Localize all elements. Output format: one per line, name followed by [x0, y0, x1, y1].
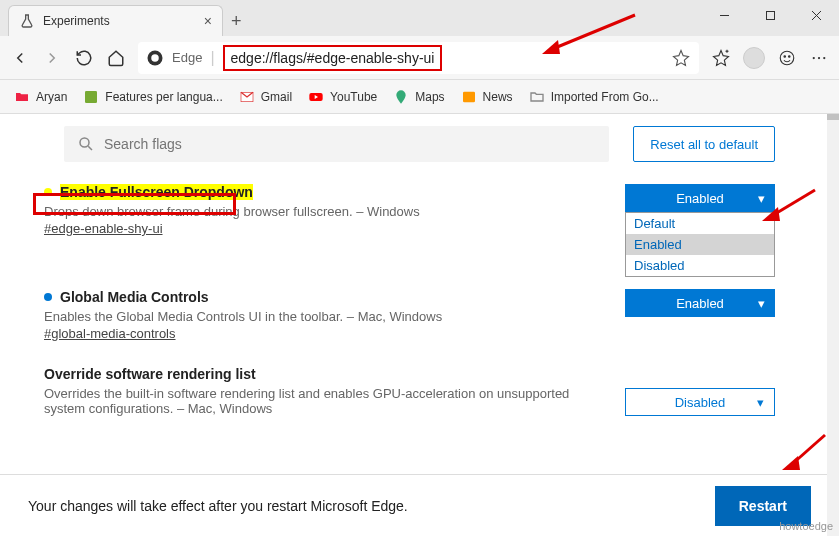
chevron-down-icon: ▾ [757, 395, 764, 410]
svg-point-5 [151, 54, 159, 62]
svg-rect-14 [85, 91, 97, 103]
wiki-icon [83, 89, 99, 105]
watermark: howtoedge [779, 520, 833, 532]
flag-title: Enable Fullscreen Dropdown [44, 184, 605, 200]
dropdown-menu: Default Enabled Disabled [625, 212, 775, 277]
svg-line-19 [88, 146, 92, 150]
dropdown-option[interactable]: Enabled [626, 234, 774, 255]
dropdown-option[interactable]: Default [626, 213, 774, 234]
bookmark-label: Imported From Go... [551, 90, 659, 104]
search-flags-box[interactable] [64, 126, 609, 162]
bookmark-item[interactable]: YouTube [308, 89, 377, 105]
scrollbar-thumb[interactable] [827, 114, 839, 120]
flag-item: Enable Fullscreen Dropdown Drops down br… [0, 174, 839, 245]
address-scheme-label: Edge [172, 50, 202, 65]
svg-point-13 [823, 56, 825, 58]
bookmark-item[interactable]: Imported From Go... [529, 89, 659, 105]
search-icon [76, 134, 96, 154]
gmail-icon [239, 89, 255, 105]
flag-hash-link[interactable]: #global-media-controls [44, 326, 176, 341]
reset-all-button[interactable]: Reset all to default [633, 126, 775, 162]
flask-icon [19, 13, 35, 29]
bookmarks-bar: Aryan Features per langua... Gmail YouTu… [0, 80, 839, 114]
svg-rect-1 [766, 11, 774, 19]
flag-description: Enables the Global Media Controls UI in … [44, 309, 605, 324]
back-button[interactable] [10, 48, 30, 68]
dropdown-value: Enabled [676, 191, 724, 206]
flag-title-text: Override software rendering list [44, 366, 256, 382]
svg-rect-17 [463, 91, 475, 102]
flag-state-dropdown[interactable]: Disabled ▾ [625, 388, 775, 416]
chevron-down-icon: ▾ [758, 191, 765, 206]
bookmark-label: Gmail [261, 90, 292, 104]
news-icon [461, 89, 477, 105]
bookmark-item[interactable]: Maps [393, 89, 444, 105]
browser-tab[interactable]: Experiments × [8, 5, 223, 36]
new-tab-button[interactable]: + [231, 11, 242, 32]
flag-state-dropdown[interactable]: Enabled ▾ [625, 184, 775, 212]
edge-logo-icon [146, 49, 164, 67]
flag-hash-link[interactable]: #edge-enable-shy-ui [44, 221, 163, 236]
menu-button[interactable] [809, 48, 829, 68]
restart-bar: Your changes will take effect after you … [0, 474, 839, 536]
annotation-arrow [780, 430, 830, 475]
window-controls [701, 0, 839, 30]
folder-icon [14, 89, 30, 105]
refresh-button[interactable] [74, 48, 94, 68]
svg-point-10 [789, 55, 791, 57]
page-content: Reset all to default Enable Fullscreen D… [0, 114, 839, 424]
profile-avatar[interactable] [743, 47, 765, 69]
close-window-button[interactable] [793, 0, 839, 30]
dropdown-option[interactable]: Disabled [626, 255, 774, 276]
svg-line-24 [790, 435, 825, 466]
dropdown-value: Disabled [675, 395, 726, 410]
flag-item: Override software rendering list Overrid… [0, 356, 839, 424]
folder-icon [529, 89, 545, 105]
forward-button[interactable] [42, 48, 62, 68]
home-button[interactable] [106, 48, 126, 68]
vertical-scrollbar[interactable] [827, 114, 839, 536]
bookmark-label: YouTube [330, 90, 377, 104]
bookmark-label: Features per langua... [105, 90, 222, 104]
favorites-button[interactable] [711, 48, 731, 68]
search-input[interactable] [104, 136, 597, 152]
flag-state-dropdown[interactable]: Enabled ▾ [625, 289, 775, 317]
modified-dot-icon [44, 188, 52, 196]
bookmark-item[interactable]: News [461, 89, 513, 105]
maximize-button[interactable] [747, 0, 793, 30]
tab-close-button[interactable]: × [204, 13, 212, 29]
dropdown-value: Enabled [676, 296, 724, 311]
tab-title: Experiments [43, 14, 196, 28]
bookmark-label: News [483, 90, 513, 104]
flag-description: Drops down browser frame during browser … [44, 204, 605, 219]
svg-marker-25 [782, 456, 800, 470]
address-separator: | [210, 49, 214, 67]
modified-dot-icon [44, 293, 52, 301]
svg-point-11 [813, 56, 815, 58]
svg-point-9 [784, 55, 786, 57]
flag-description: Overrides the built-in software renderin… [44, 386, 605, 416]
titlebar: Experiments × + [0, 0, 839, 36]
bookmark-label: Aryan [36, 90, 67, 104]
bookmark-item[interactable]: Features per langua... [83, 89, 222, 105]
flag-title-text: Global Media Controls [60, 289, 209, 305]
flag-title-text: Enable Fullscreen Dropdown [60, 184, 253, 200]
feedback-button[interactable] [777, 48, 797, 68]
flag-title: Override software rendering list [44, 366, 605, 382]
svg-point-8 [780, 51, 794, 65]
bookmark-item[interactable]: Aryan [14, 89, 67, 105]
youtube-icon [308, 89, 324, 105]
address-url: edge://flags/#edge-enable-shy-ui [231, 50, 435, 66]
maps-icon [393, 89, 409, 105]
chevron-down-icon: ▾ [758, 296, 765, 311]
bookmark-item[interactable]: Gmail [239, 89, 292, 105]
svg-point-12 [818, 56, 820, 58]
browser-toolbar: Edge | edge://flags/#edge-enable-shy-ui [0, 36, 839, 80]
flag-title: Global Media Controls [44, 289, 605, 305]
address-url-highlight: edge://flags/#edge-enable-shy-ui [223, 45, 443, 71]
svg-point-18 [80, 138, 89, 147]
address-bar[interactable]: Edge | edge://flags/#edge-enable-shy-ui [138, 42, 699, 74]
minimize-button[interactable] [701, 0, 747, 30]
bookmark-label: Maps [415, 90, 444, 104]
favorite-star-icon[interactable] [671, 48, 691, 68]
